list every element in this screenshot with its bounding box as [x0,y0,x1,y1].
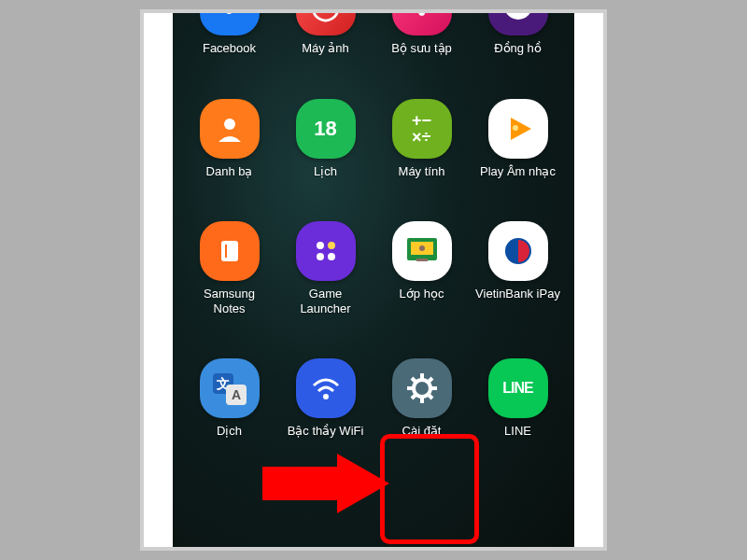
phone-app-drawer[interactable]: f Facebook ◯ Máy ảnh ✽ Bộ sưu tập Đồng h… [173,13,574,547]
play-music-icon [488,99,548,159]
app-row-2: Danh bạ 18 Lịch +−×÷ Máy tính Play Âm nh… [173,99,574,179]
app-label: Lịch [314,164,337,179]
svg-rect-15 [416,259,428,261]
clock-icon [488,13,548,35]
camera-app[interactable]: ◯ Máy ảnh [280,13,371,56]
app-label: VietinBank iPay [475,287,560,301]
svg-rect-7 [225,245,227,258]
gallery-app[interactable]: ✽ Bộ sưu tập [376,13,467,56]
gear-icon [392,358,452,418]
vietinbank-app[interactable]: VietinBank iPay [472,221,563,315]
vietinbank-icon [488,221,548,281]
samsung-notes-app[interactable]: Samsung Notes [184,221,275,315]
facebook-icon: f [200,13,260,35]
app-label: Máy ảnh [302,41,349,56]
svg-point-3 [224,119,235,130]
person-icon [200,99,260,159]
svg-point-8 [317,242,324,249]
app-row-3: Samsung Notes Game Launcher Lớp học Viet… [173,221,574,315]
svg-point-11 [328,253,335,260]
game-launcher-app[interactable]: Game Launcher [280,221,371,315]
calculator-app[interactable]: +−×÷ Máy tính [376,99,467,179]
app-label: Danh bạ [206,164,253,179]
facebook-app[interactable]: f Facebook [184,13,275,56]
clock-app[interactable]: Đồng hồ [472,13,563,56]
classroom-app[interactable]: Lớp học [376,221,467,315]
app-label: Máy tính [399,164,445,179]
app-label: Dịch [217,424,242,439]
svg-point-9 [328,242,335,249]
translate-app[interactable]: 文A Dịch [184,358,275,439]
svg-line-29 [412,395,416,399]
app-label: Game Launcher [283,287,369,315]
settings-app[interactable]: Cài đặt [376,358,467,439]
svg-point-10 [317,253,324,260]
app-label: Play Âm nhạc [480,164,556,179]
svg-point-21 [323,394,329,399]
svg-rect-6 [221,241,238,261]
svg-text:A: A [231,387,240,402]
app-label: Đồng hồ [494,41,542,56]
highlight-box [380,434,479,544]
wifi-icon [296,358,356,418]
svg-point-5 [513,125,518,131]
line-icon: LINE [488,358,548,418]
camera-icon: ◯ [296,13,356,35]
app-label: Lớp học [400,287,444,301]
calculator-icon: +−×÷ [392,99,452,159]
app-label: Bậc thầy WiFi [288,424,364,439]
svg-line-28 [429,395,432,399]
app-label: Facebook [203,41,256,56]
translate-icon: 文A [200,358,260,418]
app-label: Bộ sưu tập [391,41,451,56]
svg-point-0 [504,13,532,20]
app-label: LINE [504,424,531,439]
calendar-app[interactable]: 18 Lịch [280,99,371,179]
notes-icon [200,221,260,281]
app-label: Cài đặt [402,424,442,439]
app-label: Samsung Notes [187,287,273,315]
svg-point-14 [419,245,425,251]
svg-line-30 [429,378,432,382]
classroom-icon [392,221,452,281]
wifi-master-app[interactable]: Bậc thầy WiFi [280,358,371,439]
calendar-icon: 18 [296,99,356,159]
svg-line-27 [412,378,416,382]
game-launcher-icon [296,221,356,281]
play-music-app[interactable]: Play Âm nhạc [472,99,563,179]
svg-point-22 [414,380,430,397]
contacts-app[interactable]: Danh bạ [184,99,275,179]
svg-marker-31 [262,454,389,513]
app-row-1: f Facebook ◯ Máy ảnh ✽ Bộ sưu tập Đồng h… [173,13,574,56]
flower-icon: ✽ [392,13,452,35]
app-row-4: 文A Dịch Bậc thầy WiFi Cài đặt LINE LINE [173,358,574,439]
screenshot-frame: f Facebook ◯ Máy ảnh ✽ Bộ sưu tập Đồng h… [140,9,607,551]
arrow-icon [262,452,393,517]
line-app[interactable]: LINE LINE [472,358,563,439]
